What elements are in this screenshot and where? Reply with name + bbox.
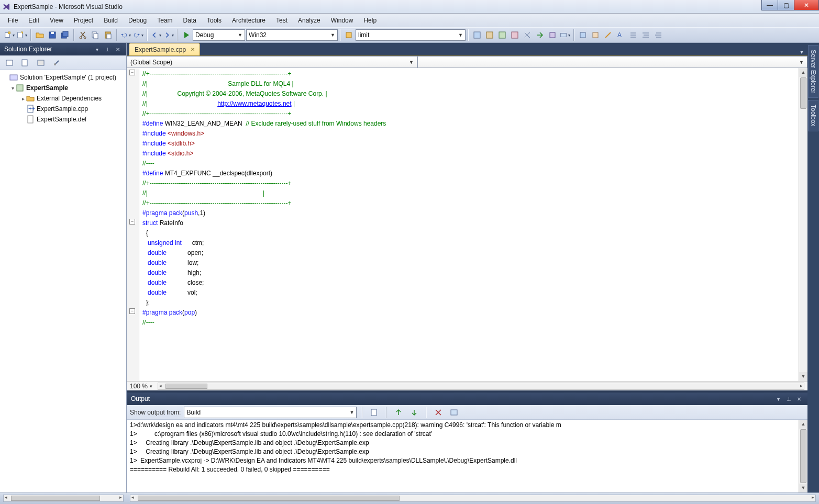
paste-button[interactable] [102,29,114,41]
save-button[interactable] [47,29,58,41]
menu-build[interactable]: Build [99,15,123,26]
menu-help[interactable]: Help [359,15,381,26]
tabs-overflow-icon[interactable]: ▾ [796,48,807,55]
out-btn-clear[interactable] [433,407,444,418]
nav-back-button[interactable] [150,29,162,41]
status-hscroll-left[interactable]: ◂ ▸ [3,495,124,502]
tb-btn-8[interactable] [559,29,571,41]
server-explorer-tab[interactable]: Server Explorer [808,45,818,98]
nav-fwd-button[interactable] [163,29,174,41]
tb-btn-14[interactable] [640,29,651,41]
output-vscrollbar[interactable]: ▲ ▼ [799,420,807,492]
out-btn-prev[interactable] [393,407,404,418]
member-dropdown[interactable]: ▼ [417,56,807,68]
output-source-select[interactable]: Build▼ [184,407,357,418]
platform-select[interactable]: Win32▼ [246,29,338,41]
se-showall-button[interactable] [35,57,47,69]
start-debug-button[interactable] [181,29,192,41]
tb-btn-13[interactable] [627,29,639,41]
tb-btn-3[interactable] [496,29,508,41]
menu-analyze[interactable]: Analyze [293,15,325,26]
scroll-thumb[interactable] [800,77,806,109]
separator-icon [468,29,469,41]
panel-close-icon[interactable]: ✕ [795,395,803,403]
menu-view[interactable]: View [45,15,68,26]
tab-expertsample-cpp[interactable]: ExpertSample.cpp ✕ [129,43,200,55]
menu-project[interactable]: Project [69,15,98,26]
menu-window[interactable]: Window [326,15,358,26]
save-all-button[interactable] [59,29,71,41]
editor-vscrollbar[interactable]: ▲ ▼ [799,68,807,381]
menu-test[interactable]: Test [271,15,292,26]
tb-btn-7[interactable] [547,29,558,41]
scope-dropdown[interactable]: (Global Scope)▼ [127,56,417,68]
cut-button[interactable] [77,29,88,41]
new-project-button[interactable] [4,29,15,41]
code-editor[interactable]: − − − //+-------------------------------… [127,68,807,381]
se-refresh-button[interactable] [19,57,31,69]
open-file-button[interactable] [34,29,46,41]
menu-debug[interactable]: Debug [124,15,151,26]
out-btn-1[interactable] [369,407,380,418]
config-select[interactable]: Debug▼ [193,29,245,41]
pin-icon[interactable]: ⊥ [103,45,112,53]
editor-hscrollbar[interactable]: ◂ ▸ [158,383,804,390]
tb-btn-6[interactable] [534,29,546,41]
tab-close-icon[interactable]: ✕ [189,46,196,53]
tree-file-cpp[interactable]: ++ ExpertSample.cpp [1,104,125,114]
scroll-up-icon[interactable]: ▲ [799,420,807,429]
tb-btn-4[interactable] [509,29,521,41]
copy-button[interactable] [90,29,101,41]
tree-file-def[interactable]: ExpertSample.def [1,114,125,125]
scroll-up-icon[interactable]: ▲ [799,68,807,77]
tb-btn-12[interactable]: A [615,29,626,41]
close-button[interactable]: ✕ [794,0,819,10]
tb-btn-2[interactable] [484,29,495,41]
maximize-button[interactable]: ▢ [778,0,794,10]
menu-edit[interactable]: Edit [24,15,44,26]
tb-btn-9[interactable] [577,29,589,41]
hscroll-thumb[interactable] [165,384,207,389]
fold-icon[interactable]: − [129,70,135,75]
editor-gutter: − − − [127,68,139,381]
panel-close-icon[interactable]: ✕ [114,45,122,53]
find-in-files-button[interactable] [344,29,355,41]
tb-btn-5[interactable] [522,29,533,41]
minimize-button[interactable]: — [761,0,778,10]
fold-icon[interactable]: − [129,219,135,225]
redo-button[interactable] [132,29,144,41]
svg-rect-20 [580,32,585,38]
zoom-level[interactable]: 100 % [130,383,148,390]
out-btn-next[interactable] [408,407,420,418]
scroll-down-icon[interactable]: ▼ [799,484,807,492]
menu-file[interactable]: File [3,15,23,26]
se-properties-button[interactable] [51,57,62,69]
tb-btn-11[interactable] [602,29,614,41]
pin-icon[interactable]: ⊥ [784,395,793,403]
tb-btn-1[interactable] [471,29,483,41]
menu-architecture[interactable]: Architecture [227,15,270,26]
menu-data[interactable]: Data [179,15,201,26]
right-dock: Server Explorer Toolbox [807,43,819,492]
scroll-down-icon[interactable]: ▼ [799,372,807,381]
add-item-button[interactable] [16,29,28,41]
status-hscroll-right[interactable]: ◂ ▸ [130,495,816,502]
menu-team[interactable]: Team [152,15,177,26]
tree-solution[interactable]: Solution 'ExpertSample' (1 project) [1,72,125,83]
tree-ext-deps[interactable]: ▸ External Dependencies [1,93,125,104]
tb-btn-10[interactable] [590,29,601,41]
menu-tools[interactable]: Tools [202,15,226,26]
tree-project[interactable]: ▾ ExpertSample [1,83,125,93]
tb-btn-15[interactable] [652,29,664,41]
scroll-thumb[interactable] [800,429,806,483]
se-home-button[interactable] [4,57,15,69]
fold-icon[interactable]: − [129,308,135,314]
toolbox-tab[interactable]: Toolbox [808,100,818,131]
solution-explorer-title: Solution Explorer [4,46,52,53]
undo-button[interactable] [120,29,131,41]
out-btn-wrap[interactable] [448,407,460,418]
find-input[interactable]: limit▼ [356,29,466,41]
panel-dropdown-icon[interactable]: ▾ [774,395,782,403]
output-text[interactable]: 1>d:\wrk\design ea and indicators mt4\mt… [127,420,807,492]
panel-dropdown-icon[interactable]: ▾ [93,45,101,53]
